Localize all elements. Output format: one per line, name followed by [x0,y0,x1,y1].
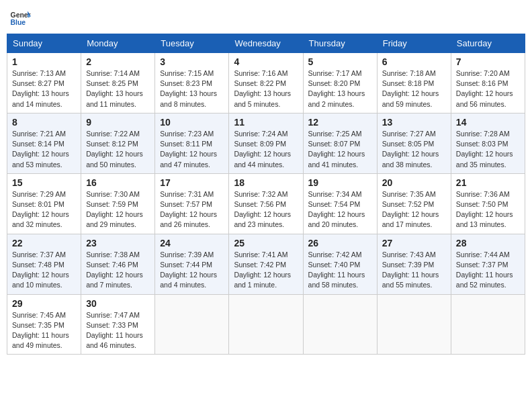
calendar-day-cell: 3 Sunrise: 7:15 AMSunset: 8:23 PMDayligh… [155,53,229,113]
day-info: Sunrise: 7:25 AMSunset: 8:07 PMDaylight:… [308,129,372,170]
calendar-day-cell: 5 Sunrise: 7:17 AMSunset: 8:20 PMDayligh… [303,53,377,113]
day-info: Sunrise: 7:15 AMSunset: 8:23 PMDaylight:… [160,68,224,109]
calendar-day-cell: 17 Sunrise: 7:31 AMSunset: 7:57 PMDaylig… [155,173,229,234]
page-header: General Blue [7,7,525,28]
day-info: Sunrise: 7:43 AMSunset: 7:39 PMDaylight:… [382,250,446,291]
day-number: 27 [382,238,446,248]
day-info: Sunrise: 7:35 AMSunset: 7:52 PMDaylight:… [382,189,446,230]
day-info: Sunrise: 7:38 AMSunset: 7:46 PMDaylight:… [86,250,150,291]
calendar-day-cell [155,294,229,355]
header-thursday: Thursday [303,34,377,53]
day-info: Sunrise: 7:27 AMSunset: 8:05 PMDaylight:… [382,129,446,170]
calendar-day-cell: 27 Sunrise: 7:43 AMSunset: 7:39 PMDaylig… [377,234,451,294]
svg-text:Blue: Blue [11,19,26,26]
day-number: 28 [456,238,520,248]
day-info: Sunrise: 7:18 AMSunset: 8:18 PMDaylight:… [382,68,446,109]
header-monday: Monday [81,34,155,53]
calendar-week-row: 15 Sunrise: 7:29 AMSunset: 8:01 PMDaylig… [7,173,525,234]
calendar-day-cell [229,294,303,355]
day-number: 10 [160,117,224,128]
day-info: Sunrise: 7:22 AMSunset: 8:12 PMDaylight:… [86,129,150,170]
calendar-day-cell: 2 Sunrise: 7:14 AMSunset: 8:25 PMDayligh… [81,53,155,113]
header-wednesday: Wednesday [229,34,303,53]
day-number: 23 [86,238,150,248]
day-number: 16 [86,177,150,188]
logo: General Blue [9,7,34,28]
day-number: 22 [12,238,76,248]
header-sunday: Sunday [7,34,81,53]
day-info: Sunrise: 7:47 AMSunset: 7:33 PMDaylight:… [86,310,150,351]
day-info: Sunrise: 7:14 AMSunset: 8:25 PMDaylight:… [86,68,150,109]
day-number: 29 [12,298,76,309]
calendar-day-cell: 12 Sunrise: 7:25 AMSunset: 8:07 PMDaylig… [303,113,377,173]
day-number: 5 [308,56,372,67]
calendar-day-cell: 29 Sunrise: 7:45 AMSunset: 7:35 PMDaylig… [7,294,81,355]
day-info: Sunrise: 7:39 AMSunset: 7:44 PMDaylight:… [160,250,224,291]
calendar-day-cell: 23 Sunrise: 7:38 AMSunset: 7:46 PMDaylig… [81,234,155,294]
day-number: 26 [308,238,372,248]
calendar-header-row: SundayMondayTuesdayWednesdayThursdayFrid… [7,34,525,53]
calendar-day-cell: 4 Sunrise: 7:16 AMSunset: 8:22 PMDayligh… [229,53,303,113]
day-number: 8 [12,117,76,128]
calendar-day-cell [451,294,525,355]
calendar-day-cell: 7 Sunrise: 7:20 AMSunset: 8:16 PMDayligh… [451,53,525,113]
calendar-day-cell: 13 Sunrise: 7:27 AMSunset: 8:05 PMDaylig… [377,113,451,173]
calendar-day-cell: 22 Sunrise: 7:37 AMSunset: 7:48 PMDaylig… [7,234,81,294]
day-number: 20 [382,177,446,188]
day-info: Sunrise: 7:32 AMSunset: 7:56 PMDaylight:… [234,189,298,230]
calendar-day-cell: 16 Sunrise: 7:30 AMSunset: 7:59 PMDaylig… [81,173,155,234]
calendar-day-cell: 9 Sunrise: 7:22 AMSunset: 8:12 PMDayligh… [81,113,155,173]
day-number: 9 [86,117,150,128]
day-info: Sunrise: 7:42 AMSunset: 7:40 PMDaylight:… [308,250,372,291]
calendar-day-cell: 10 Sunrise: 7:23 AMSunset: 8:11 PMDaylig… [155,113,229,173]
day-info: Sunrise: 7:23 AMSunset: 8:11 PMDaylight:… [160,129,224,170]
calendar-day-cell [303,294,377,355]
day-info: Sunrise: 7:31 AMSunset: 7:57 PMDaylight:… [160,189,224,230]
calendar-day-cell: 20 Sunrise: 7:35 AMSunset: 7:52 PMDaylig… [377,173,451,234]
day-number: 21 [456,177,520,188]
header-saturday: Saturday [451,34,525,53]
calendar-day-cell: 21 Sunrise: 7:36 AMSunset: 7:50 PMDaylig… [451,173,525,234]
day-info: Sunrise: 7:21 AMSunset: 8:14 PMDaylight:… [12,129,76,170]
day-info: Sunrise: 7:41 AMSunset: 7:42 PMDaylight:… [234,250,298,291]
calendar-day-cell: 30 Sunrise: 7:47 AMSunset: 7:33 PMDaylig… [81,294,155,355]
day-number: 15 [12,177,76,188]
calendar-table: SundayMondayTuesdayWednesdayThursdayFrid… [7,34,525,355]
header-tuesday: Tuesday [155,34,229,53]
calendar-day-cell: 24 Sunrise: 7:39 AMSunset: 7:44 PMDaylig… [155,234,229,294]
header-friday: Friday [377,34,451,53]
day-info: Sunrise: 7:28 AMSunset: 8:03 PMDaylight:… [456,129,520,170]
calendar-week-row: 29 Sunrise: 7:45 AMSunset: 7:35 PMDaylig… [7,294,525,355]
day-number: 19 [308,177,372,188]
calendar-day-cell: 8 Sunrise: 7:21 AMSunset: 8:14 PMDayligh… [7,113,81,173]
day-info: Sunrise: 7:36 AMSunset: 7:50 PMDaylight:… [456,189,520,230]
calendar-week-row: 8 Sunrise: 7:21 AMSunset: 8:14 PMDayligh… [7,113,525,173]
day-info: Sunrise: 7:34 AMSunset: 7:54 PMDaylight:… [308,189,372,230]
calendar-day-cell: 18 Sunrise: 7:32 AMSunset: 7:56 PMDaylig… [229,173,303,234]
day-info: Sunrise: 7:45 AMSunset: 7:35 PMDaylight:… [12,310,76,351]
day-number: 25 [234,238,298,248]
day-number: 30 [86,298,150,309]
day-number: 7 [456,56,520,67]
calendar-day-cell: 14 Sunrise: 7:28 AMSunset: 8:03 PMDaylig… [451,113,525,173]
day-number: 1 [12,56,76,67]
day-info: Sunrise: 7:30 AMSunset: 7:59 PMDaylight:… [86,189,150,230]
day-info: Sunrise: 7:44 AMSunset: 7:37 PMDaylight:… [456,250,520,291]
day-number: 11 [234,117,298,128]
calendar-week-row: 22 Sunrise: 7:37 AMSunset: 7:48 PMDaylig… [7,234,525,294]
calendar-day-cell: 11 Sunrise: 7:24 AMSunset: 8:09 PMDaylig… [229,113,303,173]
day-info: Sunrise: 7:17 AMSunset: 8:20 PMDaylight:… [308,68,372,109]
calendar-day-cell [377,294,451,355]
calendar-day-cell: 15 Sunrise: 7:29 AMSunset: 8:01 PMDaylig… [7,173,81,234]
day-number: 2 [86,56,150,67]
day-number: 24 [160,238,224,248]
day-number: 3 [160,56,224,67]
calendar-week-row: 1 Sunrise: 7:13 AMSunset: 8:27 PMDayligh… [7,53,525,113]
day-info: Sunrise: 7:24 AMSunset: 8:09 PMDaylight:… [234,129,298,170]
day-number: 18 [234,177,298,188]
day-info: Sunrise: 7:20 AMSunset: 8:16 PMDaylight:… [456,68,520,109]
calendar-day-cell: 28 Sunrise: 7:44 AMSunset: 7:37 PMDaylig… [451,234,525,294]
logo-icon: General Blue [9,7,31,28]
day-info: Sunrise: 7:37 AMSunset: 7:48 PMDaylight:… [12,250,76,291]
calendar-day-cell: 25 Sunrise: 7:41 AMSunset: 7:42 PMDaylig… [229,234,303,294]
